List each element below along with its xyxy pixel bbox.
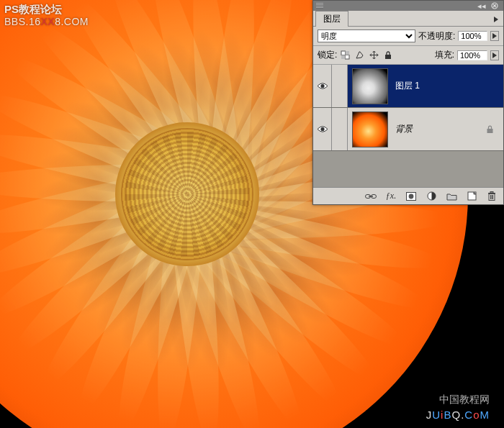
visibility-toggle[interactable] bbox=[313, 65, 332, 107]
svg-rect-23 bbox=[490, 191, 493, 193]
layers-panel: ◂◂ 图层 明度 不透明度: 100% 锁定: bbox=[312, 0, 504, 205]
panel-close-icon[interactable] bbox=[489, 2, 500, 9]
tab-layers[interactable]: 图层 bbox=[315, 11, 348, 27]
layers-empty-area bbox=[313, 151, 503, 187]
layer-row-1[interactable]: 图层 1 bbox=[313, 65, 503, 108]
panel-grip-icon bbox=[316, 3, 323, 9]
fill-input[interactable]: 100% bbox=[457, 50, 487, 60]
fill-flyout-button[interactable] bbox=[490, 50, 499, 60]
fx-icon[interactable]: ƒx. bbox=[385, 191, 397, 202]
layer-name[interactable]: 背景 bbox=[395, 123, 413, 135]
opacity-label: 不透明度: bbox=[418, 30, 455, 42]
blend-mode-select[interactable]: 明度 bbox=[318, 29, 415, 42]
layer-main[interactable]: 背景 bbox=[348, 108, 503, 150]
trash-icon[interactable] bbox=[486, 191, 498, 202]
new-layer-icon[interactable] bbox=[466, 191, 477, 202]
lock-transparency-icon[interactable] bbox=[340, 50, 350, 60]
watermark-url: BBS.16XX8.COM bbox=[4, 16, 89, 27]
watermark-site: JUiBQ.CoM bbox=[426, 409, 490, 421]
watermark-title: PS教程论坛 bbox=[4, 3, 62, 17]
lock-label: 锁定: bbox=[318, 49, 337, 61]
link-layers-icon[interactable] bbox=[365, 191, 377, 202]
svg-rect-10 bbox=[487, 129, 492, 133]
panel-titlebar[interactable]: ◂◂ bbox=[313, 1, 503, 11]
opacity-flyout-button[interactable] bbox=[490, 31, 499, 41]
svg-rect-6 bbox=[341, 55, 346, 60]
lock-all-icon[interactable] bbox=[383, 50, 393, 60]
lock-icon bbox=[485, 124, 495, 135]
flower-core bbox=[115, 122, 259, 266]
layer-main[interactable]: 图层 1 bbox=[348, 65, 503, 107]
fill-value: 100% bbox=[460, 51, 480, 60]
svg-point-8 bbox=[320, 84, 324, 88]
triangle-right-icon bbox=[494, 17, 498, 22]
layers-list: 图层 1 背景 bbox=[313, 65, 503, 187]
svg-rect-3 bbox=[341, 51, 346, 55]
svg-point-9 bbox=[320, 127, 324, 131]
adjustment-icon[interactable] bbox=[426, 191, 437, 202]
panel-menu-button[interactable] bbox=[491, 14, 501, 24]
svg-point-15 bbox=[409, 193, 414, 199]
lock-icons-group bbox=[340, 50, 393, 60]
lock-fill-row: 锁定: 填充: 100% bbox=[313, 46, 503, 65]
svg-rect-4 bbox=[345, 55, 349, 60]
eye-icon bbox=[317, 125, 328, 133]
watermark-credit: 中国教程网 bbox=[439, 393, 490, 406]
link-column[interactable] bbox=[332, 108, 348, 150]
opacity-value: 100% bbox=[461, 32, 481, 40]
layer-thumbnail[interactable] bbox=[352, 111, 388, 147]
link-column[interactable] bbox=[332, 65, 348, 107]
svg-rect-7 bbox=[385, 55, 391, 59]
layer-name[interactable]: 图层 1 bbox=[395, 80, 420, 92]
folder-icon[interactable] bbox=[446, 191, 457, 202]
fill-label: 填充: bbox=[435, 49, 454, 61]
lock-pixels-icon[interactable] bbox=[354, 50, 364, 60]
opacity-input[interactable]: 100% bbox=[458, 31, 487, 41]
blend-opacity-row: 明度 不透明度: 100% bbox=[313, 27, 503, 46]
visibility-toggle[interactable] bbox=[313, 108, 332, 150]
layer-thumbnail[interactable] bbox=[352, 68, 388, 104]
panel-tab-strip: 图层 bbox=[313, 11, 503, 27]
eye-icon bbox=[317, 82, 328, 90]
panel-minimize-icon[interactable]: ◂◂ bbox=[477, 1, 486, 10]
triangle-right-icon bbox=[492, 53, 497, 58]
panel-footer: ƒx. bbox=[313, 187, 503, 204]
layer-row-background[interactable]: 背景 bbox=[313, 108, 503, 151]
lock-position-icon[interactable] bbox=[369, 50, 379, 60]
mask-icon[interactable] bbox=[405, 191, 417, 202]
triangle-right-icon bbox=[492, 33, 497, 39]
svg-rect-5 bbox=[345, 51, 349, 55]
